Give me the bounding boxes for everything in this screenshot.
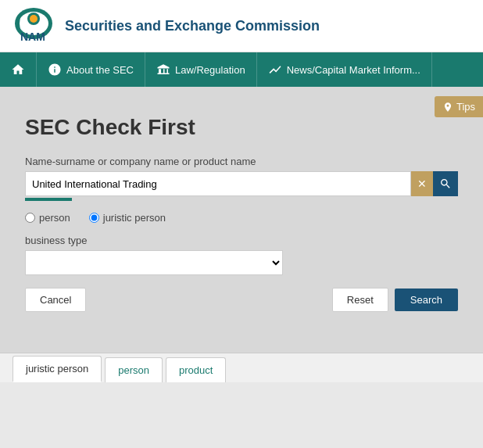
header-title: Securities and Exchange Commission	[65, 18, 320, 34]
juristic-label: juristic person	[103, 212, 166, 224]
tab-person-label: person	[118, 364, 149, 376]
business-type-label: business type	[25, 235, 458, 246]
nav-law[interactable]: Law/Regulation	[145, 52, 257, 87]
business-type-select[interactable]	[25, 250, 283, 275]
main-nav: About the SEC Law/Regulation News/Capita…	[0, 52, 483, 87]
tab-product-label: product	[179, 364, 213, 376]
tab-person[interactable]: person	[105, 357, 163, 382]
clear-button[interactable]: ✕	[411, 171, 433, 196]
progress-bar	[25, 198, 72, 201]
radio-group: person juristic person	[25, 212, 458, 224]
name-input[interactable]	[25, 171, 411, 196]
name-input-group: ✕	[25, 171, 458, 196]
nav-about[interactable]: About the SEC	[37, 52, 145, 87]
nav-about-label: About the SEC	[66, 64, 134, 76]
search-icon-button[interactable]	[433, 171, 458, 196]
nav-news[interactable]: News/Capital Market Inform...	[257, 52, 432, 87]
tab-juristic-label: juristic person	[26, 363, 88, 375]
juristic-radio[interactable]	[89, 213, 99, 223]
person-radio[interactable]	[25, 213, 35, 223]
name-row: Name-surname or company name or product …	[25, 156, 458, 201]
chart-icon	[268, 63, 282, 77]
search-icon	[439, 177, 452, 190]
tips-pin-icon	[442, 102, 453, 113]
tab-juristic-person[interactable]: juristic person	[13, 356, 102, 382]
person-radio-label[interactable]: person	[25, 212, 70, 224]
svg-point-3	[30, 15, 38, 23]
main-content: Tips SEC Check First Name-surname or com…	[0, 87, 483, 353]
nav-news-label: News/Capital Market Inform...	[287, 64, 420, 76]
nav-law-label: Law/Regulation	[175, 64, 245, 76]
juristic-radio-label[interactable]: juristic person	[89, 212, 166, 224]
info-icon	[48, 63, 62, 77]
nav-home[interactable]	[0, 52, 37, 87]
tab-product[interactable]: product	[166, 357, 226, 382]
tips-label: Tips	[456, 101, 475, 113]
person-label: person	[39, 212, 70, 224]
form-section: SEC Check First Name-surname or company …	[13, 99, 470, 331]
page-title: SEC Check First	[25, 115, 458, 140]
svg-text:NAM: NAM	[20, 30, 45, 43]
business-type-row: business type	[25, 235, 458, 275]
tips-button[interactable]: Tips	[435, 96, 483, 117]
reset-button[interactable]: Reset	[332, 288, 388, 312]
home-icon	[11, 63, 25, 77]
button-row: Cancel Reset Search	[25, 288, 458, 312]
name-label: Name-surname or company name or product …	[25, 156, 458, 167]
cancel-button[interactable]: Cancel	[25, 288, 86, 312]
scales-icon	[156, 63, 170, 77]
header: NAM Securities and Exchange Commission	[0, 0, 483, 52]
search-button[interactable]: Search	[395, 289, 458, 311]
tabs-bar: juristic person person product	[0, 353, 483, 382]
nam-logo: NAM	[13, 6, 55, 45]
